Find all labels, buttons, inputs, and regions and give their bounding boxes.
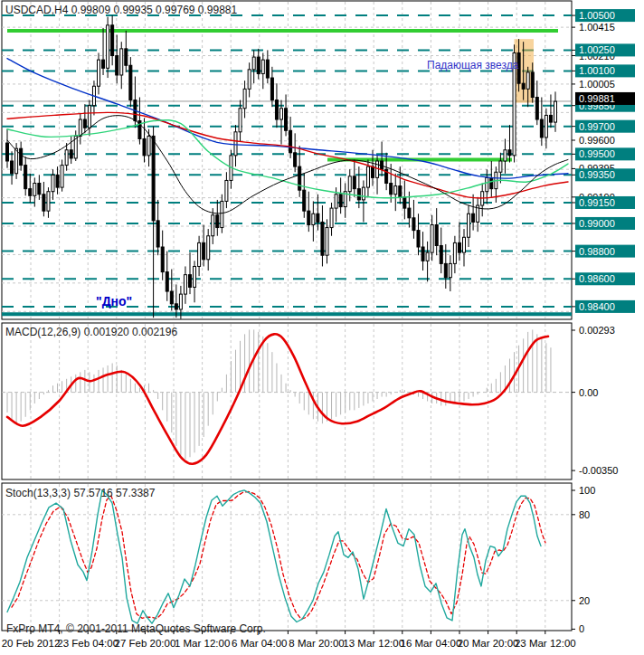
svg-text:1.00100: 1.00100 xyxy=(579,65,615,76)
svg-text:23 Mar 12:00: 23 Mar 12:00 xyxy=(515,638,576,649)
svg-text:6 Mar 04:00: 6 Mar 04:00 xyxy=(232,638,287,649)
svg-text:1.00005: 1.00005 xyxy=(579,79,615,90)
svg-text:27 Feb 20:00: 27 Feb 20:00 xyxy=(115,638,176,649)
svg-text:20 Mar 20:00: 20 Mar 20:00 xyxy=(458,638,519,649)
svg-text:0.99000: 0.99000 xyxy=(579,218,615,229)
chart-ohlc-title: USDCAD,H4 0.99809 0.99935 0.99769 0.9988… xyxy=(5,4,237,16)
svg-text:0.00293: 0.00293 xyxy=(579,325,615,336)
svg-text:1.00500: 1.00500 xyxy=(579,10,615,21)
svg-text:0.00: 0.00 xyxy=(579,387,598,398)
macd-indicator-label: MACD(12,26,9) 0.001920 0.002196 xyxy=(5,326,177,338)
svg-text:0.99600: 0.99600 xyxy=(579,135,615,146)
svg-text:0.98600: 0.98600 xyxy=(579,273,615,284)
svg-text:0.98800: 0.98800 xyxy=(579,246,615,257)
mt4-chart-window: 1.004151.002101.000050.996000.993950.991… xyxy=(0,0,644,655)
stoch-indicator-label: Stoch(13,3,3) 57.5716 57.3387 xyxy=(5,487,155,499)
svg-text:0.99350: 0.99350 xyxy=(579,169,615,180)
svg-text:23 Feb 04:00: 23 Feb 04:00 xyxy=(57,638,118,649)
svg-text:0.99881: 0.99881 xyxy=(579,93,615,104)
svg-text:80: 80 xyxy=(579,509,590,520)
svg-text:16 Mar 04:00: 16 Mar 04:00 xyxy=(401,638,462,649)
svg-text:0.98400: 0.98400 xyxy=(579,301,615,312)
svg-text:0.99700: 0.99700 xyxy=(579,121,615,132)
svg-text:8 Mar 20:00: 8 Mar 20:00 xyxy=(289,638,344,649)
svg-text:20: 20 xyxy=(579,595,590,606)
svg-text:0: 0 xyxy=(579,623,584,634)
svg-text:100: 100 xyxy=(579,485,595,496)
svg-text:20 Feb 2012: 20 Feb 2012 xyxy=(2,638,61,649)
svg-text:0.99150: 0.99150 xyxy=(579,197,615,208)
svg-text:-0.00350: -0.00350 xyxy=(579,465,618,476)
svg-text:0.99500: 0.99500 xyxy=(579,148,615,159)
svg-text:1 Mar 12:00: 1 Mar 12:00 xyxy=(175,638,230,649)
annotation-shooting-star: Падающая звезда xyxy=(427,59,518,71)
svg-text:1.00415: 1.00415 xyxy=(579,22,615,33)
annotation-bottom: "Дно" xyxy=(96,294,132,309)
indicator-axes: 0.002930.00-0.0035010080200 xyxy=(572,325,618,634)
svg-text:1.00250: 1.00250 xyxy=(579,44,615,55)
svg-text:13 Mar 12:00: 13 Mar 12:00 xyxy=(343,638,404,649)
price-axis: 1.004151.002101.000050.996000.993950.991… xyxy=(572,9,635,313)
branding-footer: FxPro MT4, © 2001-2011 MetaQuotes Softwa… xyxy=(6,622,266,635)
